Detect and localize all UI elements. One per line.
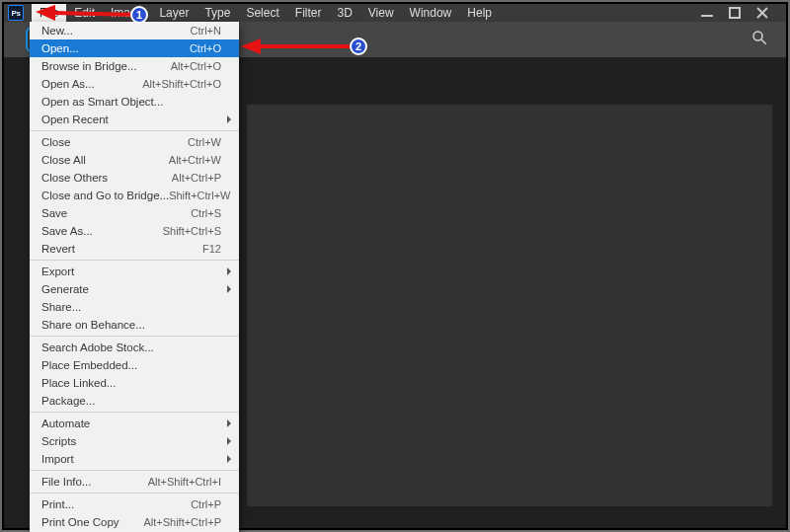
menu-item-close[interactable]: CloseCtrl+W (30, 133, 239, 151)
menu-separator (30, 412, 239, 413)
menu-item-label: Place Embedded... (41, 357, 137, 373)
menu-item-close-and-go-to-bridge[interactable]: Close and Go to Bridge...Shift+Ctrl+W (30, 187, 239, 204)
menu-view[interactable]: View (360, 4, 402, 22)
menu-item-close-others[interactable]: Close OthersAlt+Ctrl+P (30, 169, 239, 187)
canvas-area (247, 105, 772, 506)
svg-marker-5 (241, 38, 261, 54)
menu-item-revert[interactable]: RevertF12 (30, 240, 239, 258)
menu-item-label: Share... (41, 299, 81, 315)
menu-item-shortcut: Ctrl+W (188, 134, 221, 150)
menu-item-shortcut: Alt+Ctrl+P (172, 170, 221, 186)
menu-item-shortcut: Ctrl+S (191, 205, 221, 221)
window-controls (701, 7, 786, 19)
menu-separator (30, 470, 239, 471)
menu-item-shortcut: Shift+Ctrl+W (169, 188, 230, 203)
menu-item-scripts[interactable]: Scripts (30, 432, 239, 450)
menu-item-shortcut: Ctrl+N (191, 23, 221, 38)
menu-item-label: Scripts (41, 433, 76, 449)
menu-item-label: Print One Copy (41, 514, 119, 530)
menu-item-share-on-behance[interactable]: Share on Behance... (30, 316, 239, 334)
menu-separator (30, 493, 239, 494)
menu-item-label: Import (41, 451, 74, 467)
menu-item-share[interactable]: Share... (30, 298, 239, 316)
maximize-button[interactable] (729, 7, 741, 19)
annotation-badge-2: 2 (350, 38, 367, 55)
menu-item-label: Close Others (41, 170, 108, 186)
minimize-button[interactable] (701, 7, 713, 19)
menu-separator (30, 130, 239, 131)
app-window: Ps FileEditImageLayerTypeSelectFilter3DV… (0, 0, 790, 532)
menu-item-shortcut: Ctrl+P (191, 496, 221, 512)
menu-item-export[interactable]: Export (30, 263, 239, 280)
svg-line-1 (761, 39, 766, 44)
menu-item-print-one-copy[interactable]: Print One CopyAlt+Shift+Ctrl+P (30, 513, 239, 531)
menu-item-open-as[interactable]: Open As...Alt+Shift+Ctrl+O (30, 75, 239, 93)
menu-item-shortcut: Alt+Ctrl+O (171, 58, 221, 74)
menu-item-label: Search Adobe Stock... (41, 340, 154, 355)
menu-item-file-info[interactable]: File Info...Alt+Shift+Ctrl+I (30, 473, 239, 491)
menu-item-import[interactable]: Import (30, 450, 239, 468)
annotation-arrow-2: 2 (239, 36, 367, 57)
menu-item-label: Revert (41, 241, 75, 257)
menu-item-browse-in-bridge[interactable]: Browse in Bridge...Alt+Ctrl+O (30, 57, 239, 75)
menu-3d[interactable]: 3D (329, 4, 359, 22)
menu-item-label: File Info... (41, 474, 92, 490)
menu-item-label: Print... (41, 496, 74, 512)
menu-item-label: Package... (41, 393, 95, 409)
file-menu-dropdown: New...Ctrl+NOpen...Ctrl+OBrowse in Bridg… (30, 22, 239, 532)
menu-window[interactable]: Window (402, 4, 460, 22)
menu-layer[interactable]: Layer (151, 4, 197, 22)
app-logo: Ps (8, 5, 24, 21)
menu-filter[interactable]: Filter (287, 4, 330, 22)
menu-item-label: Automate (41, 416, 90, 431)
menu-item-place-embedded[interactable]: Place Embedded... (30, 356, 239, 374)
menu-item-open[interactable]: Open...Ctrl+O (30, 39, 239, 57)
menu-item-save[interactable]: SaveCtrl+S (30, 204, 239, 222)
menu-item-label: Save (41, 205, 67, 221)
menu-item-shortcut: F12 (202, 241, 221, 257)
menu-item-open-as-smart-object[interactable]: Open as Smart Object... (30, 93, 239, 111)
menu-item-label: Close All (41, 152, 86, 168)
menu-item-label: Open as Smart Object... (41, 94, 163, 110)
annotation-badge-1: 1 (130, 6, 148, 24)
menu-item-label: Generate (41, 281, 89, 297)
svg-point-0 (753, 32, 762, 40)
menu-item-label: Save As... (41, 223, 93, 239)
menu-item-generate[interactable]: Generate (30, 280, 239, 298)
menu-item-print[interactable]: Print...Ctrl+P (30, 495, 239, 513)
menu-item-shortcut: Alt+Shift+Ctrl+O (142, 76, 221, 92)
menu-item-package[interactable]: Package... (30, 392, 239, 410)
menu-item-label: Place Linked... (41, 375, 116, 391)
menu-item-label: Share on Behance... (41, 317, 145, 333)
menu-item-shortcut: Alt+Shift+Ctrl+I (148, 474, 221, 490)
menu-item-open-recent[interactable]: Open Recent (30, 111, 239, 128)
menu-item-label: Close and Go to Bridge... (41, 188, 169, 203)
menu-item-shortcut: Alt+Shift+Ctrl+P (143, 514, 221, 530)
search-icon[interactable] (750, 29, 768, 50)
menu-item-label: Close (41, 134, 70, 150)
menu-select[interactable]: Select (238, 4, 286, 22)
close-button[interactable] (756, 7, 768, 19)
svg-line-2 (53, 13, 138, 15)
svg-marker-3 (36, 5, 55, 21)
menu-item-place-linked[interactable]: Place Linked... (30, 374, 239, 392)
menu-item-automate[interactable]: Automate (30, 415, 239, 432)
menu-type[interactable]: Type (197, 4, 238, 22)
menu-separator (30, 336, 239, 337)
menu-item-search-adobe-stock[interactable]: Search Adobe Stock... (30, 339, 239, 356)
menu-item-save-as[interactable]: Save As...Shift+Ctrl+S (30, 222, 239, 240)
menu-item-close-all[interactable]: Close AllAlt+Ctrl+W (30, 151, 239, 169)
menu-item-label: Open Recent (41, 112, 109, 127)
menu-item-label: Open... (41, 40, 79, 56)
menu-help[interactable]: Help (459, 4, 500, 22)
menu-separator (30, 260, 239, 261)
menu-item-shortcut: Ctrl+O (190, 40, 221, 56)
annotation-arrow-1: 1 (32, 2, 142, 28)
menu-item-label: Open As... (41, 76, 95, 92)
menu-item-label: Browse in Bridge... (41, 58, 137, 74)
menu-item-shortcut: Shift+Ctrl+S (163, 223, 221, 239)
menu-item-shortcut: Alt+Ctrl+W (169, 152, 221, 168)
menu-item-label: Export (41, 264, 74, 279)
